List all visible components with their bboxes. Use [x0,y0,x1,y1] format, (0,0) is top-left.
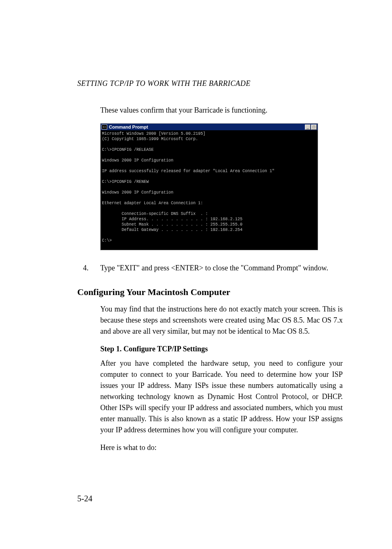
window-titlebar: C:\ Command Prompt _ □ [101,124,318,130]
running-header: SETTING TCP/IP TO WORK WITH THE BARRICAD… [77,78,343,89]
tcpip-paragraph: After you have completed the hardware se… [100,358,343,436]
terminal-output: Microsoft Windows 2000 [Version 5.00.219… [101,130,318,250]
step-text: Type "EXIT" and press <ENTER> to close t… [100,263,343,274]
step-1-heading: Step 1. Configure TCP/IP Settings [100,344,343,355]
step-4: 4. Type "EXIT" and press <ENTER> to clos… [83,263,343,274]
mac-paragraph: You may find that the instructions here … [100,304,343,337]
closing-line: Here is what to do: [100,442,343,453]
cmd-icon: C:\ [101,125,107,129]
command-prompt-window: C:\ Command Prompt _ □ Microsoft Windows… [100,123,318,250]
page-number: 5-24 [77,492,92,505]
window-title: Command Prompt [109,124,148,130]
intro-text: These values confirm that your Barricade… [100,105,343,116]
minimize-button[interactable]: _ [305,125,311,130]
section-heading-mac: Configuring Your Macintosh Computer [77,285,343,299]
step-number: 4. [83,263,100,274]
maximize-button[interactable]: □ [311,125,317,130]
